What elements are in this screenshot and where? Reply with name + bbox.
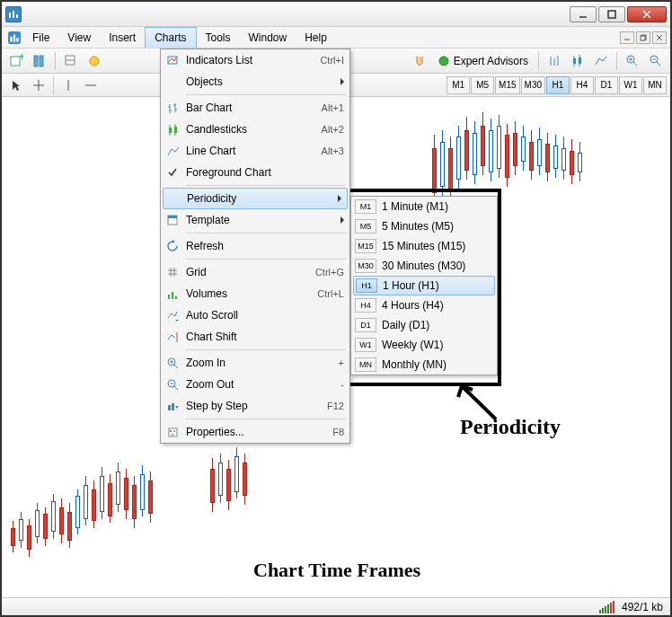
menu-tools[interactable]: Tools bbox=[197, 27, 240, 48]
menu-item-grid[interactable]: GridCtrl+G bbox=[161, 261, 349, 283]
submenu-arrow-icon bbox=[340, 78, 344, 85]
menu-item-zoom-in[interactable]: Zoom In+ bbox=[161, 352, 349, 374]
doc-restore-button[interactable] bbox=[636, 31, 650, 44]
menu-separator bbox=[186, 419, 346, 419]
menu-charts[interactable]: Charts bbox=[145, 27, 196, 48]
candlestick bbox=[19, 512, 23, 548]
periodicity-h1[interactable]: H11 Hour (H1) bbox=[353, 276, 495, 295]
menu-item-chart-shift[interactable]: Chart Shift bbox=[161, 326, 349, 348]
svg-text:+: + bbox=[19, 54, 23, 63]
zoom-in-button[interactable] bbox=[622, 51, 643, 71]
svg-point-22 bbox=[90, 57, 99, 66]
menu-item-step-by-step[interactable]: Step by StepF12 bbox=[161, 395, 349, 417]
candlestick-button[interactable] bbox=[567, 51, 588, 71]
doc-minimize-button[interactable] bbox=[620, 31, 634, 44]
timeframe-d1-button[interactable]: D1 bbox=[595, 76, 618, 94]
blank-icon bbox=[167, 190, 183, 207]
data-window-button[interactable] bbox=[84, 51, 105, 71]
menu-item-line-chart[interactable]: Line ChartAlt+3 bbox=[161, 140, 349, 162]
svg-rect-2 bbox=[16, 14, 18, 18]
timeframe-m5-button[interactable]: M5 bbox=[471, 76, 494, 94]
zoom-out-button[interactable] bbox=[645, 51, 667, 71]
svg-rect-8 bbox=[10, 36, 12, 41]
menu-item-zoom-out[interactable]: Zoom Out- bbox=[161, 374, 349, 395]
menu-shortcut: + bbox=[339, 357, 344, 368]
periodicity-mn[interactable]: MNMonthly (MN) bbox=[351, 355, 497, 375]
crosshair-button[interactable] bbox=[28, 75, 49, 95]
periodicity-m30[interactable]: M3030 Minutes (M30) bbox=[351, 256, 497, 276]
timeframe-m15-button[interactable]: M15 bbox=[495, 76, 519, 94]
timeframe-mn-button[interactable]: MN bbox=[643, 76, 667, 94]
menu-item-label: Grid bbox=[186, 266, 315, 278]
periodicity-h4[interactable]: H44 Hours (H4) bbox=[351, 295, 497, 315]
timeframe-w1-button[interactable]: W1 bbox=[619, 76, 642, 94]
indicators-icon bbox=[164, 52, 181, 68]
svg-rect-59 bbox=[168, 295, 170, 299]
menu-item-template[interactable]: Template bbox=[161, 209, 349, 231]
zoomout-icon bbox=[164, 376, 181, 392]
menu-item-bar-chart[interactable]: Bar ChartAlt+1 bbox=[161, 97, 349, 119]
menu-item-properties-[interactable]: Properties...F8 bbox=[161, 421, 349, 443]
menu-item-periodicity[interactable]: Periodicity bbox=[163, 188, 348, 209]
timeframe-badge: W1 bbox=[355, 338, 376, 352]
svg-point-73 bbox=[170, 430, 172, 432]
menu-file[interactable]: File bbox=[23, 27, 58, 48]
menu-shortcut: F8 bbox=[332, 427, 344, 437]
candlestick bbox=[51, 494, 56, 539]
candlestick bbox=[456, 126, 461, 189]
candlestick bbox=[553, 135, 558, 178]
market-watch-button[interactable] bbox=[60, 51, 82, 71]
line-chart-button[interactable] bbox=[590, 51, 612, 71]
menu-insert[interactable]: Insert bbox=[100, 27, 145, 48]
maximize-button[interactable] bbox=[598, 6, 625, 22]
periodicity-d1[interactable]: D1Daily (D1) bbox=[351, 315, 497, 335]
menu-item-auto-scroll[interactable]: Auto Scroll bbox=[161, 304, 349, 326]
periodicity-w1[interactable]: W1Weekly (W1) bbox=[351, 335, 497, 355]
menu-item-candlesticks[interactable]: CandlesticksAlt+2 bbox=[161, 119, 349, 140]
candlestick bbox=[43, 507, 48, 546]
new-chart-button[interactable]: + bbox=[5, 51, 27, 71]
menu-item-refresh[interactable]: Refresh bbox=[161, 235, 349, 257]
menu-shortcut: Ctrl+G bbox=[315, 267, 344, 278]
timeframe-m1-button[interactable]: M1 bbox=[447, 76, 470, 94]
menu-help[interactable]: Help bbox=[296, 27, 336, 48]
expert-advisors-button[interactable]: Expert Advisors bbox=[432, 55, 534, 67]
menu-item-objects[interactable]: Objects bbox=[161, 71, 349, 93]
candlestick bbox=[148, 472, 153, 523]
submenu-arrow-icon bbox=[338, 195, 341, 202]
grid-icon bbox=[164, 264, 181, 280]
timeframe-h1-button[interactable]: H1 bbox=[546, 76, 570, 94]
periodicity-label: 15 Minutes (M15) bbox=[382, 240, 465, 252]
candlestick bbox=[529, 130, 534, 180]
profiles-button[interactable] bbox=[29, 51, 50, 71]
menu-item-volumes[interactable]: VolumesCtrl+L bbox=[161, 283, 349, 304]
candlestick bbox=[489, 119, 493, 181]
candlestick bbox=[505, 124, 509, 187]
periodicity-m5[interactable]: M55 Minutes (M5) bbox=[351, 216, 497, 236]
minimize-button[interactable] bbox=[570, 6, 597, 22]
svg-line-68 bbox=[174, 386, 178, 390]
candlestick bbox=[140, 465, 145, 516]
periodicity-m1[interactable]: M11 Minute (M1) bbox=[351, 197, 497, 216]
timeframe-m30-button[interactable]: M30 bbox=[521, 76, 545, 94]
doc-close-button[interactable] bbox=[652, 31, 667, 44]
menu-item-indicators-list[interactable]: Indicators ListCtrl+I bbox=[161, 49, 349, 71]
menu-view[interactable]: View bbox=[58, 27, 100, 48]
bar-chart-button[interactable] bbox=[544, 51, 565, 71]
candlestick bbox=[124, 469, 128, 519]
cursor-button[interactable] bbox=[5, 75, 27, 95]
connection-signal-icon bbox=[599, 601, 615, 613]
timeframe-h4-button[interactable]: H4 bbox=[570, 76, 594, 94]
close-button[interactable] bbox=[627, 6, 667, 22]
menu-separator bbox=[186, 259, 346, 260]
periodicity-m15[interactable]: M1515 Minutes (M15) bbox=[351, 236, 497, 256]
horizontal-line-button[interactable] bbox=[80, 75, 102, 95]
candlestick bbox=[218, 454, 223, 503]
svg-rect-0 bbox=[9, 13, 11, 18]
menu-item-foreground-chart[interactable]: Foreground Chart bbox=[161, 162, 349, 183]
svg-rect-54 bbox=[168, 216, 177, 218]
menu-window[interactable]: Window bbox=[240, 27, 296, 48]
vertical-line-button[interactable] bbox=[57, 75, 79, 95]
timeframe-badge: M15 bbox=[355, 239, 376, 253]
statusbar: 492/1 kb bbox=[2, 597, 670, 615]
